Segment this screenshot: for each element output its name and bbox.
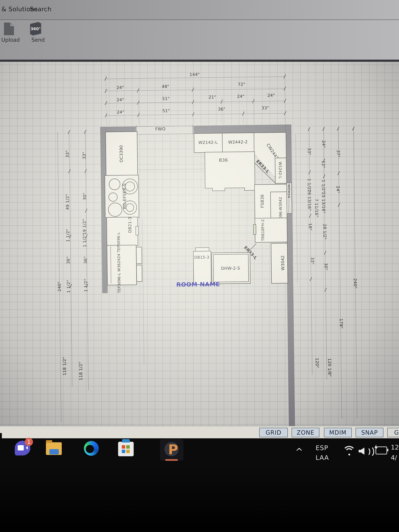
- cabinet-db21[interactable]: [106, 217, 138, 246]
- battery-charging-icon[interactable]: [375, 447, 387, 454]
- cabinet-label: FSB36: [260, 194, 265, 208]
- clock-time[interactable]: 12:: [391, 443, 399, 451]
- cabinet-label: W3042: [280, 255, 285, 271]
- door-pull: [195, 247, 209, 251]
- dim-label: 7 11/16": [314, 199, 319, 217]
- dim-label: 24": [117, 97, 124, 102]
- prokitchen-app-icon[interactable]: P: [160, 439, 184, 461]
- cabinet-handle: [135, 226, 139, 235]
- cabinet-label: DB15-3: [194, 255, 209, 260]
- store-logo-square: [126, 450, 130, 453]
- store-logo-square: [122, 450, 125, 453]
- dim-line: [106, 89, 285, 91]
- taskbar: 1 P ^ ESP LAA 12: 4/: [0, 438, 399, 465]
- document-upload-icon: [4, 23, 14, 35]
- cabinet-label: DHW-2-S: [221, 266, 240, 271]
- drawing-canvas[interactable]: 144" 24" 48" 72" 24" 51" 21" 24" 24" 24"…: [0, 62, 399, 426]
- room-name-label[interactable]: ROOM NAME: [176, 281, 220, 288]
- gsn-button[interactable]: GSN: [387, 428, 399, 437]
- photo-dark-area: [0, 465, 399, 532]
- microsoft-store-icon[interactable]: [118, 442, 134, 456]
- zone-button[interactable]: ZONE: [291, 428, 319, 437]
- dim-label: 23 13/16": [321, 192, 326, 213]
- mdim-button[interactable]: MDIM: [324, 428, 352, 437]
- app-menubar: & Solutions Search: [0, 0, 399, 20]
- dim-label: 49 1/2": [65, 194, 70, 210]
- cabinet-fridge[interactable]: [107, 245, 137, 285]
- ext-line: [285, 72, 285, 123]
- floorplan-sheet: 144" 24" 48" 72" 24" 51" 21" 24" 24" 24"…: [0, 62, 399, 426]
- dim-label: 179": [339, 318, 344, 329]
- language-indicator[interactable]: ESP: [316, 444, 328, 451]
- charging-bolt-icon: [374, 444, 379, 450]
- toolbar-divider: [0, 60, 399, 62]
- dim-label: 1 1/2": [65, 229, 70, 242]
- dim-label: 18": [308, 223, 313, 231]
- dim-label: 24": [237, 94, 245, 99]
- send-360-box-icon: 360°: [30, 22, 41, 36]
- dim-line: [57, 132, 61, 422]
- dim-label: 51": [162, 96, 170, 101]
- dim-label: 24": [117, 110, 124, 114]
- dim-label: 33": [310, 257, 315, 265]
- send-label: Send: [32, 37, 45, 43]
- cabinet-label: TEP3096-L W362424 TEP3096-L: [116, 232, 121, 293]
- dim-label: 1 1/2": [66, 280, 71, 293]
- cabinet-label: RG-EFSER-S: [122, 184, 127, 209]
- store-logo-square: [122, 445, 125, 449]
- ext-line: [138, 86, 139, 124]
- wifi-icon[interactable]: [342, 446, 356, 456]
- notification-badge: 1: [25, 438, 33, 446]
- menu-item-search[interactable]: Search: [30, 6, 51, 13]
- cabinet-label: W2442-2: [228, 139, 248, 145]
- ext-line: [243, 109, 244, 123]
- upload-label: Upload: [1, 37, 20, 43]
- reference-dashed-line: [295, 134, 298, 282]
- dim-label: 28 1/2": [322, 224, 327, 240]
- dim-label: 21": [209, 95, 216, 100]
- ext-line: [193, 86, 194, 124]
- cabinet-b36[interactable]: [204, 152, 255, 189]
- store-logo-square: [126, 445, 130, 449]
- dim-label: 24": [336, 186, 341, 193]
- dim-label: 36": [66, 256, 71, 264]
- language-indicator[interactable]: LAA: [316, 454, 329, 461]
- fwo-label: FWO: [155, 127, 166, 132]
- clock-date[interactable]: 4/: [391, 454, 397, 461]
- dim-label: 48": [162, 84, 169, 89]
- dim-label: 30": [324, 263, 329, 271]
- file-explorer-icon[interactable]: [46, 442, 62, 455]
- dim-line: [106, 113, 285, 116]
- cabinet-trb18[interactable]: [255, 218, 287, 243]
- dim-line: [309, 129, 312, 374]
- fridge-door: [136, 247, 142, 264]
- dim-line: [353, 128, 357, 419]
- video-camera-icon: [18, 445, 24, 450]
- chat-app-icon[interactable]: 1: [15, 441, 30, 456]
- dim-label: 36": [83, 256, 88, 264]
- dim-label: 120": [315, 358, 320, 368]
- snap-button[interactable]: SNAP: [356, 428, 383, 437]
- door-pull: [212, 188, 225, 191]
- dim-line: [106, 101, 285, 103]
- dim-label: 51": [162, 108, 170, 113]
- grid-button[interactable]: GRID: [259, 428, 288, 437]
- dim-label: 144": [190, 72, 200, 77]
- dim-label: 37": [336, 150, 341, 157]
- dim-label: 33": [65, 150, 70, 158]
- video-camera-icon: [24, 446, 28, 450]
- tray-chevron-up-icon[interactable]: ^: [295, 446, 303, 457]
- cabinet-label: W1242-L: [278, 162, 283, 179]
- volume-icon[interactable]: [359, 445, 373, 457]
- edge-browser-icon[interactable]: [84, 441, 99, 456]
- dim-label: 1 1/2": [83, 279, 88, 292]
- dim-label: 19 1/2": [82, 219, 87, 235]
- cabinet-label: TRB18FH-2: [260, 219, 265, 241]
- dim-label: 24": [321, 140, 326, 148]
- dim-label: 120 1/8": [327, 358, 332, 377]
- dim-label: 240": [353, 279, 358, 289]
- cabinet-w3042[interactable]: [271, 243, 288, 284]
- cabinet-label: B36: [219, 158, 228, 163]
- dim-label: 33": [82, 152, 87, 159]
- ext-line: [106, 74, 107, 125]
